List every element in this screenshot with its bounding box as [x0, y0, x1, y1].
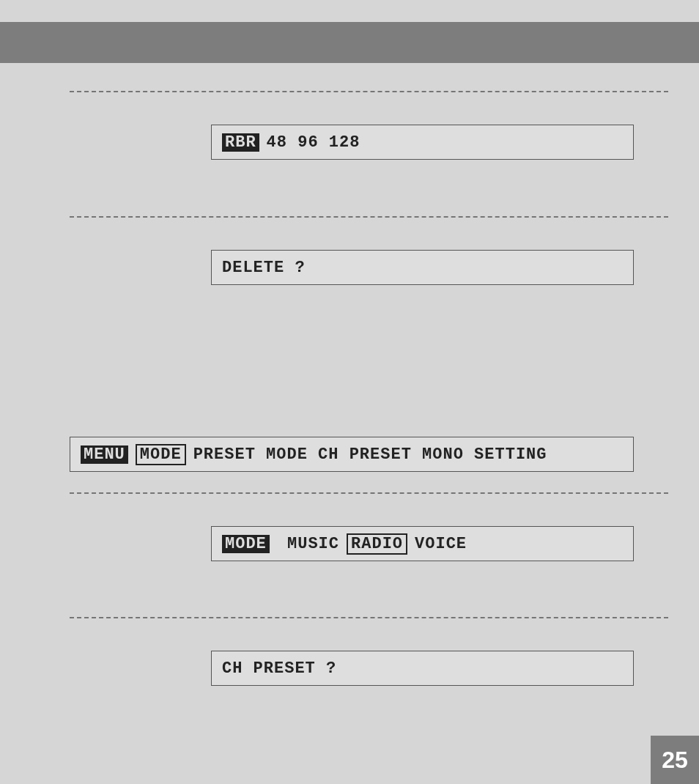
lcd-segment: MUSIC: [277, 535, 339, 553]
lcd-segment: MENU: [81, 445, 128, 464]
separator-1: [70, 91, 668, 92]
lcd-segment: VOICE: [415, 535, 467, 553]
page-number: 25: [662, 747, 688, 774]
lcd-segment: PRESET MODE CH PRESET MONO SETTING: [193, 445, 547, 464]
separator-4: [70, 617, 668, 618]
header-band: [0, 22, 699, 63]
separator-2: [70, 216, 668, 218]
lcd-segment: RBR: [222, 133, 259, 152]
lcd-segment: DELETE ?: [222, 259, 306, 277]
separator-3: [70, 492, 668, 494]
lcd-ch-preset-prompt: CH PRESET ?: [211, 651, 634, 686]
page-number-tab: 25: [651, 736, 699, 784]
lcd-mode-select: MODE MUSICRADIOVOICE: [211, 526, 634, 561]
lcd-rbr-bitrate: RBR48 96 128: [211, 125, 634, 160]
lcd-segment: 48 96 128: [267, 133, 360, 152]
lcd-menu-bar: MENUMODEPRESET MODE CH PRESET MONO SETTI…: [70, 437, 634, 472]
lcd-delete-prompt: DELETE ?: [211, 250, 634, 285]
lcd-segment: MODE: [136, 444, 186, 465]
lcd-segment: CH PRESET ?: [222, 659, 336, 678]
lcd-segment: RADIO: [347, 533, 407, 555]
lcd-segment: MODE: [222, 535, 270, 553]
